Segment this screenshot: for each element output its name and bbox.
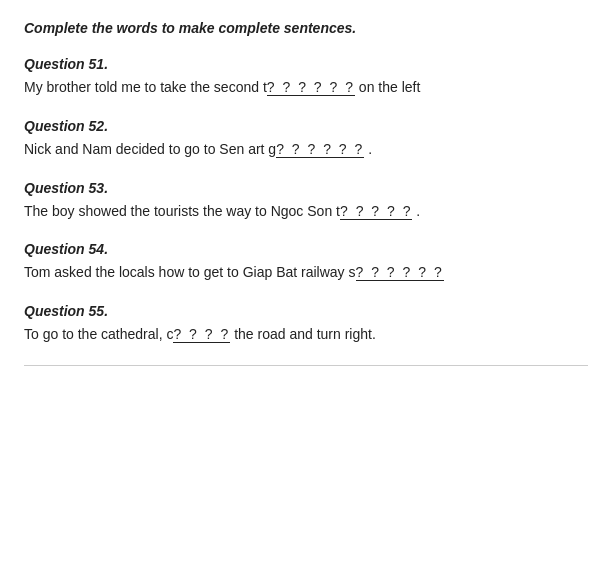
text-after-55: the road and turn right. xyxy=(230,326,376,342)
question-text-52: Nick and Nam decided to go to Sen art g?… xyxy=(24,138,588,162)
question-text-53: The boy showed the tourists the way to N… xyxy=(24,200,588,224)
blank-54[interactable]: ? ? ? ? ? ? xyxy=(356,264,444,281)
text-before-52: Nick and Nam decided to go to Sen art g xyxy=(24,141,276,157)
text-before-54: Tom asked the locals how to get to Giap … xyxy=(24,264,356,280)
question-label-52: Question 52. xyxy=(24,118,588,134)
question-label-53: Question 53. xyxy=(24,180,588,196)
question-text-55: To go to the cathedral, c? ? ? ? the roa… xyxy=(24,323,588,347)
question-label-51: Question 51. xyxy=(24,56,588,72)
question-label-55: Question 55. xyxy=(24,303,588,319)
text-before-51: My brother told me to take the second t xyxy=(24,79,267,95)
question-text-51: My brother told me to take the second t?… xyxy=(24,76,588,100)
question-label-54: Question 54. xyxy=(24,241,588,257)
blank-53[interactable]: ? ? ? ? ? xyxy=(340,203,413,220)
question-block-51: Question 51.My brother told me to take t… xyxy=(24,56,588,100)
blank-51[interactable]: ? ? ? ? ? ? xyxy=(267,79,355,96)
text-after-52: . xyxy=(364,141,372,157)
question-text-54: Tom asked the locals how to get to Giap … xyxy=(24,261,588,285)
text-after-53: . xyxy=(412,203,420,219)
question-block-54: Question 54.Tom asked the locals how to … xyxy=(24,241,588,285)
text-before-53: The boy showed the tourists the way to N… xyxy=(24,203,340,219)
question-block-52: Question 52.Nick and Nam decided to go t… xyxy=(24,118,588,162)
question-block-53: Question 53.The boy showed the tourists … xyxy=(24,180,588,224)
text-after-51: on the left xyxy=(355,79,420,95)
blank-52[interactable]: ? ? ? ? ? ? xyxy=(276,141,364,158)
question-block-55: Question 55.To go to the cathedral, c? ?… xyxy=(24,303,588,347)
blank-55[interactable]: ? ? ? ? xyxy=(173,326,230,343)
text-before-55: To go to the cathedral, c xyxy=(24,326,173,342)
bottom-divider xyxy=(24,365,588,366)
instruction-text: Complete the words to make complete sent… xyxy=(24,20,588,36)
